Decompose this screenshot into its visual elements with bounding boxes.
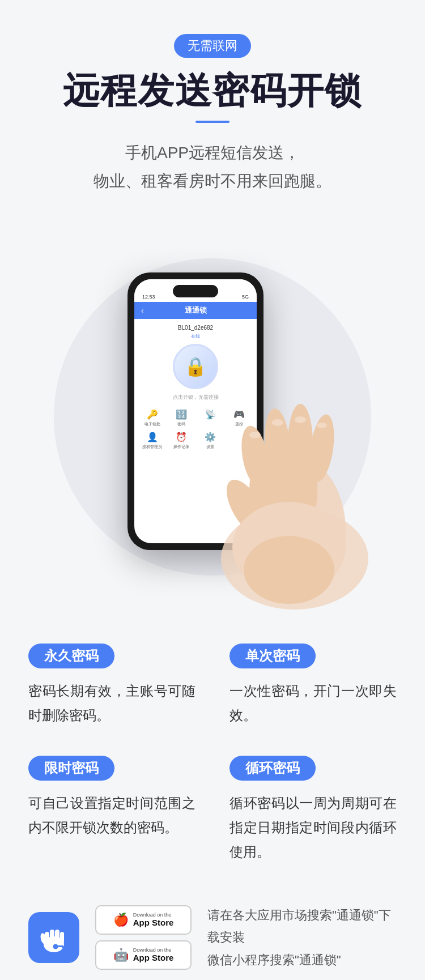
app-logo <box>28 912 79 963</box>
single-password-badge: 单次密码 <box>230 644 316 668</box>
features-section: 永久密码 密码长期有效，主账号可随时删除密码。 单次密码 一次性密码，开门一次即… <box>0 615 425 887</box>
admin-label: 授权管理员 <box>142 444 162 450</box>
apple-store-large-label: App Store <box>133 918 174 927</box>
permanent-password-badge: 永久密码 <box>28 644 114 668</box>
single-password-desc: 一次性密码，开门一次即失效。 <box>230 679 397 727</box>
svg-rect-17 <box>55 930 60 943</box>
svg-rect-18 <box>60 932 64 943</box>
cycle-password-badge: 循环密码 <box>230 756 316 781</box>
top-section: 无需联网 远程发送密码开锁 手机APP远程短信发送， 物业、租客看房时不用来回跑… <box>0 0 425 196</box>
timed-password-desc: 可自己设置指定时间范围之内不限开锁次数的密码。 <box>28 791 196 840</box>
phone-section: 12:53 5G ‹ 通通锁 BL01_d2e682 在线 🔒 点击开锁，无需连… <box>0 219 425 615</box>
apple-store-button[interactable]: 🍎 Download on the App Store <box>95 905 192 935</box>
ekey-label: 电子钥匙 <box>144 421 160 427</box>
svg-point-20 <box>53 944 58 949</box>
android-store-text: Download on the App Store <box>133 947 174 962</box>
store-buttons: 🍎 Download on the App Store 🤖 Download o… <box>95 905 192 970</box>
bottom-section: 🍎 Download on the App Store 🤖 Download o… <box>0 887 425 980</box>
phone-nav-back[interactable]: ‹ <box>141 306 144 315</box>
permanent-password-desc: 密码长期有效，主账号可随时删除密码。 <box>28 679 196 727</box>
subtitle-line2: 物业、租客看房时不用来回跑腿。 <box>94 172 332 190</box>
action-admin[interactable]: 👤 授权管理员 <box>140 432 164 450</box>
svg-rect-16 <box>50 930 54 943</box>
svg-point-12 <box>295 416 306 423</box>
device-id: BL01_d2e682 <box>178 325 213 331</box>
password-icon: 🔢 <box>176 409 187 420</box>
records-label: 操作记录 <box>173 444 189 450</box>
phone-notch <box>173 285 218 297</box>
action-password[interactable]: 🔢 密码 <box>169 409 193 427</box>
svg-point-11 <box>272 419 283 426</box>
ekey-icon: 🔑 <box>147 409 158 420</box>
features-grid: 永久密码 密码长期有效，主账号可随时删除密码。 单次密码 一次性密码，开门一次即… <box>28 644 397 864</box>
password-label: 密码 <box>177 421 185 427</box>
main-title: 远程发送密码开锁 <box>23 69 402 113</box>
feature-permanent-password: 永久密码 密码长期有效，主账号可随时删除密码。 <box>28 644 196 727</box>
cycle-password-desc: 循环密码以一周为周期可在指定日期指定时间段内循环使用。 <box>230 791 397 864</box>
no-network-badge: 无需联网 <box>174 34 251 58</box>
android-store-small-label: Download on the <box>133 947 174 953</box>
records-icon: ⏰ <box>176 432 187 442</box>
svg-rect-22 <box>62 945 63 948</box>
feature-timed-password: 限时密码 可自己设置指定时间范围之内不限开锁次数的密码。 <box>28 756 196 864</box>
android-icon: 🤖 <box>113 948 129 962</box>
android-store-button[interactable]: 🤖 Download on the App Store <box>95 940 192 970</box>
bottom-info-line1: 请在各大应用市场搜索"通通锁"下载安装 <box>207 908 391 945</box>
bottom-info-line2: 微信小程序搜索"通通锁" <box>207 953 341 967</box>
svg-point-10 <box>249 432 261 438</box>
android-store-large-label: App Store <box>133 953 174 962</box>
hand-image <box>198 332 391 615</box>
svg-point-13 <box>317 423 327 428</box>
action-ekey[interactable]: 🔑 电子钥匙 <box>140 409 164 427</box>
feature-cycle-password: 循环密码 循环密码以一周为周期可在指定日期指定时间段内循环使用。 <box>230 756 397 864</box>
phone-time: 12:53 <box>142 294 155 300</box>
action-records[interactable]: ⏰ 操作记录 <box>169 432 193 450</box>
apple-store-text: Download on the App Store <box>133 912 174 927</box>
apple-store-small-label: Download on the <box>133 912 174 918</box>
phone-nav: ‹ 通通锁 <box>134 302 257 319</box>
bottom-info-text: 请在各大应用市场搜索"通通锁"下载安装 微信小程序搜索"通通锁" <box>207 904 397 972</box>
subtitle-line1: 手机APP远程短信发送， <box>125 144 300 161</box>
phone-nav-title: 通通锁 <box>185 305 207 316</box>
timed-password-badge: 限时密码 <box>28 756 114 781</box>
svg-point-9 <box>244 536 334 604</box>
feature-single-password: 单次密码 一次性密码，开门一次即失效。 <box>230 644 397 727</box>
app-logo-svg <box>37 921 71 955</box>
title-underline <box>196 121 230 123</box>
svg-point-5 <box>288 404 313 481</box>
phone-signal: 5G <box>242 294 249 300</box>
subtitle: 手机APP远程短信发送， 物业、租客看房时不用来回跑腿。 <box>23 139 402 196</box>
admin-icon: 👤 <box>147 432 158 442</box>
apple-icon: 🍎 <box>113 913 129 927</box>
